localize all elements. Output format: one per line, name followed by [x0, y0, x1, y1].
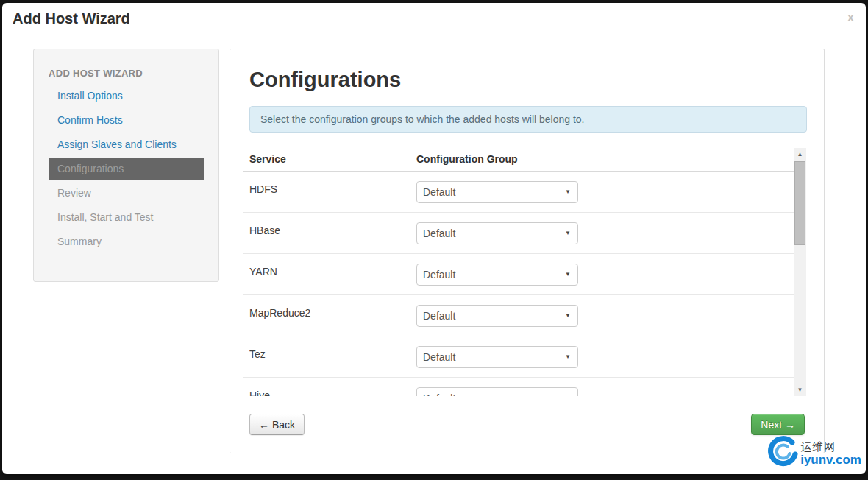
watermark-logo: 运维网 iyunv.com: [766, 436, 861, 471]
watermark-domain-text: iyunv.com: [800, 453, 861, 467]
service-label: HDFS: [249, 183, 277, 195]
iyunv-swirl-icon: [766, 436, 799, 471]
add-host-wizard-modal: Add Host Wizard x ADD HOST WIZARD Instal…: [2, 3, 866, 474]
table-row-tez: Tez Default ▼: [243, 336, 794, 378]
sidebar-item-install-options[interactable]: Install Options: [57, 90, 123, 102]
configurations-panel: Configurations Select the configuration …: [230, 49, 825, 453]
table-row-hive: Hive Default ▼: [243, 378, 794, 396]
sidebar-item-assign-slaves-and-clients[interactable]: Assign Slaves and Clients: [57, 138, 177, 150]
service-label: MapReduce2: [249, 307, 310, 319]
config-group-select-hbase[interactable]: Default: [416, 222, 578, 244]
sidebar-item-configurations-active[interactable]: Configurations: [49, 158, 204, 180]
sidebar-item-confirm-hosts[interactable]: Confirm Hosts: [57, 114, 123, 126]
config-group-select-tez[interactable]: Default: [416, 346, 578, 368]
wizard-steps-sidebar: ADD HOST WIZARD Install Options Confirm …: [33, 49, 219, 282]
watermark-cn-text: 运维网: [800, 440, 861, 453]
scrollbar-thumb[interactable]: [794, 161, 805, 245]
sidebar-item-install-start-test: Install, Start and Test: [57, 211, 153, 223]
table-row-mapreduce2: MapReduce2 Default ▼: [243, 295, 794, 336]
table-row-hbase: HBase Default ▼: [243, 213, 794, 254]
back-button[interactable]: ← Back: [249, 414, 305, 435]
config-group-select-yarn[interactable]: Default: [416, 264, 578, 286]
column-header-configuration-group: Configuration Group: [416, 153, 518, 165]
step-title: Configurations: [249, 68, 401, 92]
scrollbar-up-icon[interactable]: ▲: [794, 148, 806, 160]
service-label: Hive: [249, 389, 270, 396]
config-group-select-hive[interactable]: Default: [416, 387, 578, 396]
sidebar-heading: ADD HOST WIZARD: [49, 68, 143, 79]
service-label: YARN: [249, 266, 277, 278]
config-group-select-hdfs[interactable]: Default: [416, 181, 578, 203]
config-group-select-mapreduce2[interactable]: Default: [416, 305, 578, 327]
page-backdrop: { "modal": { "title": "Add Host Wizard" …: [0, 0, 868, 480]
service-label: HBase: [249, 225, 280, 236]
sidebar-item-review: Review: [57, 187, 91, 199]
scrollbar-down-icon[interactable]: ▼: [794, 384, 806, 396]
next-button[interactable]: Next →: [751, 414, 805, 435]
sidebar-item-summary: Summary: [57, 236, 102, 247]
services-table-scroll-area: HDFS Default ▼ HBase Default ▼: [243, 172, 794, 396]
page-title: Add Host Wizard: [13, 10, 130, 27]
table-row-yarn: YARN Default ▼: [243, 254, 794, 295]
table-scrollbar: ▲ ▼: [794, 148, 806, 396]
table-row-hdfs: HDFS Default ▼: [243, 172, 794, 213]
close-icon[interactable]: x: [847, 10, 854, 25]
modal-header: Add Host Wizard x: [2, 3, 866, 35]
info-alert: Select the configuration groups to which…: [249, 106, 807, 133]
column-header-service: Service: [249, 153, 286, 165]
sidebar-item-label: Configurations: [57, 163, 124, 174]
service-label: Tez: [249, 348, 266, 360]
